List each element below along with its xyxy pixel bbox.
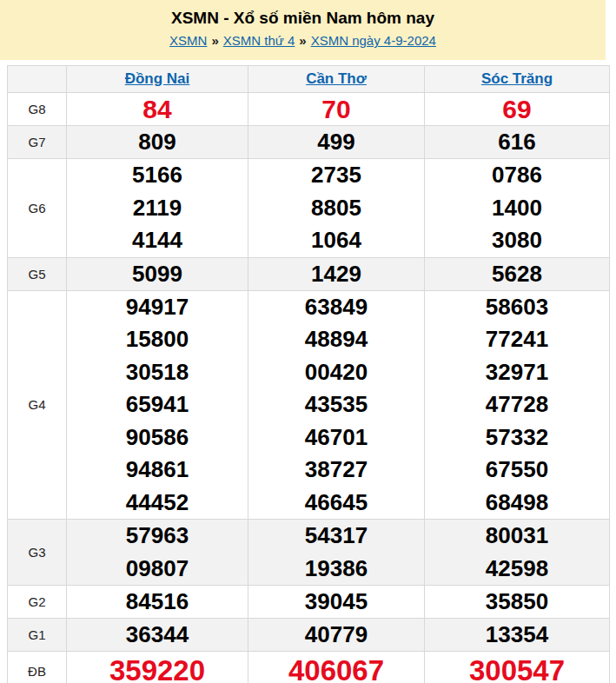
- result-number: 2735: [248, 159, 424, 192]
- result-number: 46645: [248, 487, 424, 520]
- result-number: 80031: [425, 520, 609, 553]
- table-header-row: Đồng Nai Cần Thơ Sóc Trăng: [8, 66, 610, 93]
- result-number: 1064: [248, 224, 424, 257]
- result-number: 8805: [248, 192, 424, 225]
- result-number: 1400: [425, 192, 609, 225]
- breadcrumb-separator: »: [211, 33, 218, 48]
- breadcrumb-link-xsmn[interactable]: XSMN: [169, 33, 207, 48]
- breadcrumb-separator: »: [299, 33, 306, 48]
- result-number: 32971: [425, 356, 609, 389]
- result-number: 48894: [248, 323, 424, 356]
- breadcrumb: XSMN»XSMN thứ 4»XSMN ngày 4-9-2024: [0, 32, 606, 50]
- table-row-g7: G7 809 499 616: [8, 126, 610, 159]
- table-row-g3: G3 57963 09807 54317 19386 80031 42598: [8, 520, 610, 586]
- result-number: 406067: [248, 652, 424, 683]
- result-number: 30518: [67, 356, 248, 389]
- result-number: 47728: [425, 388, 609, 421]
- result-number: 84516: [67, 586, 248, 618]
- result-number: 54317: [248, 520, 424, 553]
- result-number: 77241: [425, 323, 609, 356]
- result-number: 36344: [67, 619, 248, 651]
- result-number: 300547: [425, 652, 609, 683]
- result-number: 5628: [425, 258, 609, 290]
- prize-label-g1: G1: [8, 619, 67, 652]
- table-row-g6: G6 5166 2119 4144 2735 8805 1064 0786 14…: [8, 159, 610, 258]
- prize-label-g4: G4: [8, 290, 67, 520]
- result-number: 84: [67, 93, 248, 125]
- result-number: 09807: [67, 553, 248, 586]
- result-number: 809: [67, 126, 248, 158]
- province-link-can-tho[interactable]: Cần Thơ: [306, 70, 367, 87]
- table-row-g2: G2 84516 39045 35850: [8, 586, 610, 619]
- result-number: 57332: [425, 421, 609, 454]
- results-section: Đồng Nai Cần Thơ Sóc Trăng G8 84 70 69 G…: [7, 65, 616, 683]
- result-number: 35850: [425, 586, 609, 618]
- province-link-dong-nai[interactable]: Đồng Nai: [125, 70, 190, 87]
- breadcrumb-link-xsmn-ngay[interactable]: XSMN ngày 4-9-2024: [311, 33, 436, 48]
- result-number: 4144: [67, 224, 248, 257]
- column-header-soc-trang: Sóc Trăng: [425, 66, 610, 93]
- table-row-g5: G5 5099 1429 5628: [8, 257, 610, 290]
- column-header-dong-nai: Đồng Nai: [67, 66, 248, 93]
- lottery-results-table: Đồng Nai Cần Thơ Sóc Trăng G8 84 70 69 G…: [7, 65, 610, 683]
- prize-label-g7: G7: [8, 126, 67, 159]
- prize-column-header: [8, 66, 67, 93]
- result-number: 38727: [248, 454, 424, 487]
- result-number: 70: [248, 93, 424, 125]
- breadcrumb-link-xsmn-thu-4[interactable]: XSMN thứ 4: [223, 33, 295, 48]
- result-number: 13354: [425, 619, 609, 651]
- prize-label-g5: G5: [8, 257, 67, 290]
- table-row-g8: G8 84 70 69: [8, 93, 610, 126]
- result-number: 616: [425, 126, 609, 158]
- result-number: 67550: [425, 454, 609, 487]
- prize-label-db: ĐB: [8, 652, 67, 683]
- column-header-can-tho: Cần Thơ: [248, 66, 425, 93]
- result-number: 19386: [248, 553, 424, 586]
- result-number: 68498: [425, 487, 609, 520]
- result-number: 15800: [67, 323, 248, 356]
- result-number: 499: [248, 126, 424, 158]
- result-number: 94917: [67, 291, 248, 324]
- result-number: 39045: [248, 586, 424, 618]
- table-row-db: ĐB 359220 406067 300547: [8, 652, 610, 683]
- result-number: 46701: [248, 421, 424, 454]
- result-number: 69: [425, 93, 609, 125]
- result-number: 5166: [67, 159, 248, 192]
- result-number: 43535: [248, 388, 424, 421]
- table-row-g4: G4 94917 15800 30518 65941 90586 94861 4…: [8, 290, 610, 520]
- result-number: 57963: [67, 520, 248, 553]
- result-number: 65941: [67, 388, 248, 421]
- prize-label-g6: G6: [8, 159, 67, 258]
- page-header: XSMN - Xổ số miền Nam hôm nay XSMN»XSMN …: [0, 0, 606, 60]
- result-number: 2119: [67, 192, 248, 225]
- result-number: 63849: [248, 291, 424, 324]
- result-number: 42598: [425, 553, 609, 586]
- prize-label-g8: G8: [8, 93, 67, 126]
- prize-label-g3: G3: [8, 520, 67, 586]
- result-number: 5099: [67, 258, 248, 290]
- result-number: 00420: [248, 356, 424, 389]
- result-number: 58603: [425, 291, 609, 324]
- result-number: 359220: [67, 652, 248, 683]
- result-number: 40779: [248, 619, 424, 651]
- table-row-g1: G1 36344 40779 13354: [8, 619, 610, 652]
- page-title: XSMN - Xổ số miền Nam hôm nay: [0, 8, 606, 29]
- prize-label-g2: G2: [8, 586, 67, 619]
- result-number: 94861: [67, 454, 248, 487]
- result-number: 1429: [248, 258, 424, 290]
- result-number: 90586: [67, 421, 248, 454]
- result-number: 44452: [67, 487, 248, 520]
- result-number: 0786: [425, 159, 609, 192]
- province-link-soc-trang[interactable]: Sóc Trăng: [481, 70, 553, 87]
- result-number: 3080: [425, 224, 609, 257]
